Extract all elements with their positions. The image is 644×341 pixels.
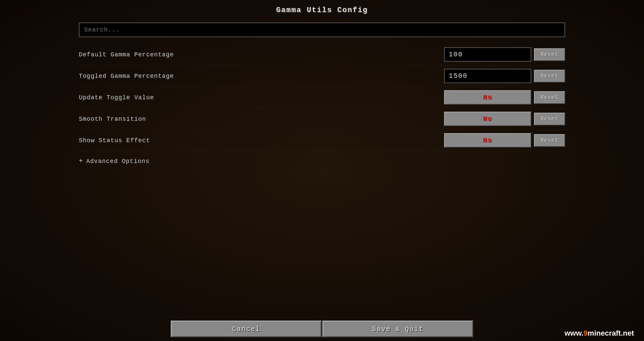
smooth-transition-reset-button[interactable]: Reset: [534, 113, 565, 125]
search-container: [79, 22, 565, 37]
config-row-toggled-gamma: Toggled Gamma Percentage Reset: [79, 65, 565, 87]
show-status-controls: No Reset: [444, 133, 565, 148]
show-status-label: Show Status Effect: [79, 137, 150, 144]
bottom-bar: Cancel Save & Quit: [0, 317, 644, 341]
default-gamma-reset-button[interactable]: Reset: [534, 48, 565, 61]
advanced-options-plus-icon: +: [79, 157, 83, 165]
watermark-minecraft: minecraft.net: [588, 329, 634, 337]
cancel-button[interactable]: Cancel: [171, 321, 322, 337]
update-toggle-label: Update Toggle Value: [79, 94, 154, 101]
default-gamma-label: Default Gamma Percentage: [79, 51, 174, 58]
config-content: Default Gamma Percentage Reset Toggled G…: [79, 22, 565, 341]
config-row-show-status: Show Status Effect No Reset: [79, 130, 565, 151]
advanced-options-toggle[interactable]: + Advanced Options: [79, 151, 565, 168]
toggled-gamma-controls: Reset: [444, 69, 565, 83]
show-status-button[interactable]: No: [444, 133, 531, 148]
toggled-gamma-label: Toggled Gamma Percentage: [79, 73, 174, 79]
smooth-transition-label: Smooth Transition: [79, 116, 146, 122]
smooth-transition-button[interactable]: No: [444, 112, 531, 126]
update-toggle-reset-button[interactable]: Reset: [534, 91, 565, 104]
advanced-options-label: Advanced Options: [86, 158, 150, 165]
watermark-text: www.: [565, 329, 584, 337]
default-gamma-input[interactable]: [444, 47, 531, 62]
save-quit-button[interactable]: Save & Quit: [322, 321, 473, 337]
smooth-transition-controls: No Reset: [444, 112, 565, 126]
config-row-smooth-transition: Smooth Transition No Reset: [79, 108, 565, 130]
search-input[interactable]: [79, 22, 565, 37]
watermark-9: 9: [584, 329, 588, 337]
config-row-update-toggle: Update Toggle Value No Reset: [79, 87, 565, 108]
update-toggle-controls: No Reset: [444, 90, 565, 105]
update-toggle-button[interactable]: No: [444, 90, 531, 105]
watermark: www.9minecraft.net: [565, 329, 634, 338]
toggled-gamma-reset-button[interactable]: Reset: [534, 70, 565, 82]
page-title: Gamma Utils Config: [276, 6, 368, 14]
show-status-reset-button[interactable]: Reset: [534, 134, 565, 147]
default-gamma-controls: Reset: [444, 47, 565, 62]
toggled-gamma-input[interactable]: [444, 69, 531, 83]
config-row-default-gamma: Default Gamma Percentage Reset: [79, 44, 565, 65]
